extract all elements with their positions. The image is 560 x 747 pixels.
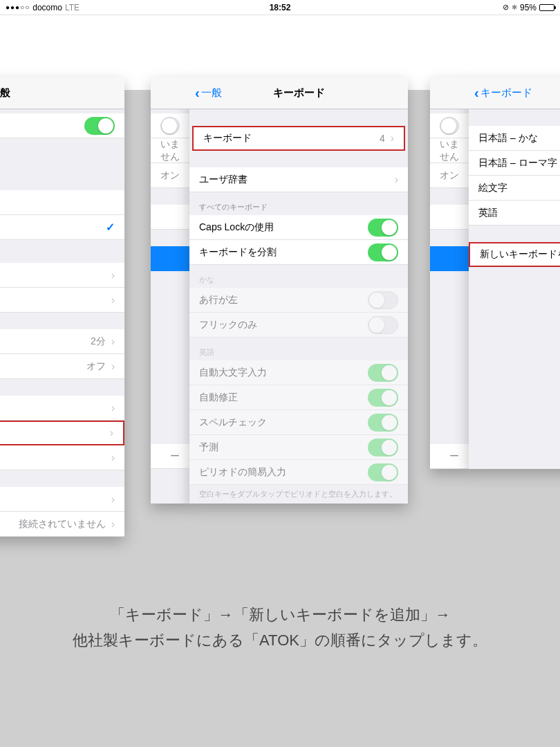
bg-update-cell[interactable]: ウンド更新 › [0, 288, 124, 313]
chevron-right-icon: › [111, 402, 115, 414]
panel3-keyboards-list: ‹キーボード キ 日本語 – かな 日本語 – ローマ字 絵文字 英語 新しいキ… [469, 77, 560, 469]
english-cell[interactable]: 英語 [469, 201, 560, 225]
nav-cell-4[interactable]: › [0, 487, 124, 512]
nav-cell-1[interactable]: › [0, 263, 124, 288]
status-bar: ●●●○○ docomo LTE 18:52 ⊘ ✱ 95% [0, 0, 560, 15]
status-right: ⊘ ✱ 95% [503, 3, 554, 12]
restrict-cell[interactable]: オフ › [0, 354, 124, 379]
chevron-left-icon: ‹ [195, 85, 200, 101]
predict-toggle[interactable] [368, 439, 398, 456]
sliver-none: いません [151, 138, 189, 163]
nav-cell-3[interactable]: › [0, 445, 124, 470]
back-keyboard-button[interactable]: ‹キーボード [474, 85, 532, 101]
gesture-note: た 移動 タスク を切り替える [0, 138, 124, 186]
capslock-label: Caps Lockの使用 [199, 221, 274, 234]
instruction-line1: 「キーボード」→「新しいキーボードを追加」→ [0, 602, 560, 627]
chevron-right-icon: › [111, 335, 115, 348]
sliver3-on: オン [430, 163, 469, 188]
signal-dots-icon: ●●●○○ [6, 3, 30, 11]
panel2-title: キーボード [273, 86, 325, 100]
vpn-cell[interactable]: 接続されていません › [0, 512, 124, 537]
autolock-value: 2分 [91, 335, 106, 348]
clock: 18:52 [270, 3, 291, 12]
lock-checked-cell[interactable]: ✓ [0, 215, 124, 240]
autolock-cell[interactable]: 2分 › [0, 329, 124, 354]
bluetooth-icon: ✱ [512, 3, 517, 11]
panel2-sidebar-sliver: いません オン ー [151, 77, 189, 504]
add-keyboard-cell[interactable]: 新しいキーボードを [469, 242, 560, 267]
network-label: LTE [65, 3, 80, 12]
panel3-header: ‹キーボード キ [469, 77, 560, 109]
a-left-cell[interactable]: あ行が左 [189, 288, 408, 313]
capslock-toggle[interactable] [368, 219, 398, 237]
emoji-cell[interactable]: 絵文字 [469, 176, 560, 201]
autocaps-toggle[interactable] [368, 364, 398, 382]
flick-toggle[interactable] [368, 316, 398, 334]
capslock-cell[interactable]: Caps Lockの使用 [189, 215, 408, 240]
nav-cell-2[interactable]: › [0, 396, 124, 421]
split-label: キーボードを分割 [199, 246, 277, 259]
chevron-right-icon: › [111, 294, 115, 306]
jp-kana-cell[interactable]: 日本語 – かな [469, 126, 560, 151]
sliver-footer-label: ー [151, 444, 189, 469]
chevron-right-icon: › [111, 518, 115, 531]
keyboard-count: 4 [380, 133, 385, 144]
keyboards-label: キーボード [203, 132, 252, 145]
jp-romaji-cell[interactable]: 日本語 – ローマ字 [469, 151, 560, 176]
keyboards-cell[interactable]: キーボード 4 › [192, 126, 405, 151]
chevron-right-icon: › [391, 132, 394, 145]
toggle-icon [440, 117, 459, 135]
chevron-right-icon: › [111, 360, 115, 373]
vpn-status: 接続されていません [19, 518, 106, 531]
panel1-general: 一般 ェスチャ た 移動 タスク を切り替える ク ✓ ら画面の向きをロックでき… [0, 77, 124, 537]
chevron-right-icon: › [110, 427, 113, 439]
panel2-keyboard: ‹一般 キーボード キーボード 4 › ユーザ辞書 › すべてのキーボード Ca… [189, 77, 408, 504]
a-left-toggle[interactable] [368, 291, 398, 309]
user-dict-label: ユーザ辞書 [199, 174, 248, 186]
panels-row: いません オン 一般 ェスチャ た 移動 タスク を切り替える ク [0, 90, 560, 510]
period-note: 空白キーをダブルタップでピリオドと空白を入力します。 [189, 485, 408, 504]
panel2-header: ‹一般 キーボード [189, 77, 408, 109]
chevron-right-icon: › [111, 452, 115, 464]
battery-icon [539, 4, 554, 11]
rotation-lock-icon: ⊘ [503, 3, 509, 12]
sliver3-none: いません [430, 138, 469, 163]
sliver-empty [151, 205, 189, 230]
sliver3-toggle [430, 113, 469, 138]
autocaps-cell[interactable]: 自動大文字入力 [189, 360, 408, 385]
back-general-button[interactable]: ‹一般 [195, 85, 222, 101]
battery-percent: 95% [520, 3, 536, 12]
split-cell[interactable]: キーボードを分割 [189, 240, 408, 265]
lock-footer: ら画面の向きをロックできます。 [0, 240, 124, 259]
chevron-right-icon: › [111, 493, 115, 506]
gesture-toggle[interactable] [84, 117, 115, 135]
gesture-cell[interactable]: ェスチャ [0, 113, 124, 138]
instruction-text: 「キーボード」→「新しいキーボードを追加」→ 他社製キーボードにある「ATOK」… [0, 602, 560, 654]
autocorrect-toggle[interactable] [368, 389, 398, 407]
panel2-sidebar-header [151, 77, 189, 109]
en-header: 英語 [189, 338, 408, 360]
split-toggle[interactable] [368, 243, 398, 261]
sliver3-selected [430, 246, 469, 271]
flick-cell[interactable]: フリックのみ [189, 313, 408, 338]
toggle-icon [160, 117, 180, 135]
keyboard-nav-cell[interactable]: › [0, 421, 124, 445]
autocorrect-cell[interactable]: 自動修正 [189, 385, 408, 410]
lock-cell[interactable]: ク [0, 190, 124, 215]
panel1-title: 一般 [0, 77, 124, 109]
user-dict-cell[interactable]: ユーザ辞書 › [189, 167, 408, 192]
spellcheck-cell[interactable]: スペルチェック [189, 410, 408, 435]
chevron-right-icon: › [395, 174, 398, 186]
restrict-value: オフ [86, 360, 106, 373]
a-left-label: あ行が左 [199, 294, 238, 306]
period-cell[interactable]: ピリオドの簡易入力 [189, 460, 408, 485]
all-kb-header: すべてのキーボード [189, 192, 408, 215]
predict-cell[interactable]: 予測 [189, 435, 408, 460]
sliver-selected [151, 246, 189, 271]
instruction-line2: 他社製キーボードにある「ATOK」の順番にタップします。 [0, 627, 560, 653]
kana-header: かな [189, 265, 408, 288]
period-toggle[interactable] [368, 463, 398, 481]
sliver-toggle [151, 113, 189, 138]
chevron-right-icon: › [111, 269, 115, 282]
spellcheck-toggle[interactable] [368, 414, 398, 432]
